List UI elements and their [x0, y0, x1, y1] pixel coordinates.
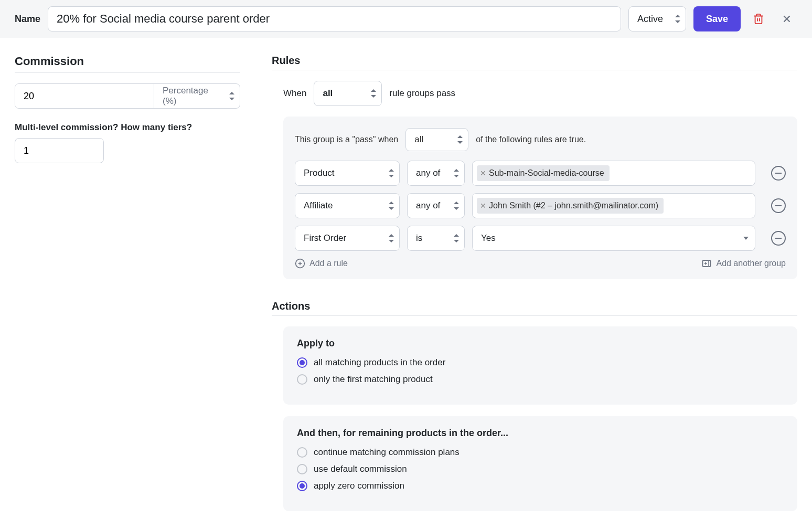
chevron-updown-icon — [389, 234, 394, 242]
header-bar: Name Active Save — [0, 0, 812, 38]
radio-icon — [297, 357, 307, 368]
radio-icon — [297, 464, 307, 474]
apply-to-box: Apply to all matching products in the or… — [283, 326, 797, 405]
radio-label: continue matching commission plans — [314, 447, 460, 458]
radio-icon — [297, 481, 307, 491]
trash-icon — [753, 13, 764, 25]
chevron-updown-icon — [389, 202, 394, 210]
when-mode-select[interactable]: all — [314, 81, 382, 106]
commission-value-input[interactable] — [15, 84, 154, 108]
tag: ✕ John Smith (#2 – john.smith@mailinator… — [477, 198, 664, 214]
group-intro-suffix: of the following rules are true. — [476, 135, 586, 144]
tag-remove-icon[interactable]: ✕ — [480, 169, 486, 177]
rule-field-value: First Order — [295, 226, 364, 250]
rule-op-value: is — [408, 226, 440, 250]
remaining-option[interactable]: continue matching commission plans — [297, 447, 784, 458]
actions-title: Actions — [272, 300, 797, 316]
add-box-icon — [701, 258, 712, 269]
commission-type-value: Percentage (%) — [154, 84, 240, 108]
add-group-button[interactable]: Add another group — [701, 258, 786, 269]
group-mode-select[interactable]: all — [405, 128, 468, 151]
tag-label: John Smith (#2 – john.smith@mailinator.c… — [489, 201, 658, 210]
group-intro-prefix: This group is a "pass" when — [295, 135, 398, 144]
group-mode-value: all — [406, 128, 441, 151]
rule-field-value: Product — [295, 161, 352, 185]
remaining-title: And then, for remaining products in the … — [297, 428, 784, 439]
remaining-box: And then, for remaining products in the … — [283, 416, 797, 511]
name-label: Name — [15, 14, 40, 25]
rule-op-select[interactable]: is — [407, 226, 465, 251]
remove-rule-button[interactable] — [771, 166, 786, 181]
when-row: When all rule groups pass — [283, 81, 797, 106]
rule-op-value: any of — [408, 194, 458, 218]
rule-group: This group is a "pass" when all of the f… — [283, 117, 797, 279]
rule-value-select[interactable]: Yes — [472, 226, 755, 251]
rule-field-select[interactable]: First Order — [295, 226, 400, 251]
tiers-input[interactable] — [15, 138, 104, 163]
add-group-label: Add another group — [716, 259, 786, 268]
radio-label: only the first matching product — [314, 374, 433, 385]
remove-rule-button[interactable] — [771, 198, 786, 213]
plus-circle-icon — [295, 258, 305, 269]
chevron-updown-icon — [371, 89, 376, 98]
commission-row: Percentage (%) — [15, 83, 240, 109]
close-button[interactable] — [776, 8, 797, 29]
radio-icon — [297, 374, 307, 385]
chevron-down-icon — [743, 237, 749, 240]
rule-field-select[interactable]: Affiliate — [295, 193, 400, 218]
save-button[interactable]: Save — [693, 6, 741, 31]
rule-op-select[interactable]: any of — [407, 193, 465, 218]
chevron-updown-icon — [389, 169, 394, 177]
rule-op-select[interactable]: any of — [407, 161, 465, 186]
tag-label: Sub-main-Social-media-course — [489, 168, 604, 178]
radio-label: all matching products in the order — [314, 357, 445, 368]
rule-row: Affiliate any of ✕ John Smith (#2 – john… — [295, 193, 786, 218]
commission-type-select[interactable]: Percentage (%) — [154, 84, 240, 108]
chevron-updown-icon — [457, 135, 463, 144]
rule-value: Yes — [473, 226, 514, 250]
status-select-value: Active — [629, 6, 681, 31]
remove-rule-button[interactable] — [771, 231, 786, 246]
tag: ✕ Sub-main-Social-media-course — [477, 165, 610, 181]
apply-to-option[interactable]: all matching products in the order — [297, 357, 784, 368]
when-prefix: When — [283, 88, 306, 99]
add-rule-label: Add a rule — [309, 259, 348, 268]
rule-value-tags[interactable]: ✕ Sub-main-Social-media-course — [472, 161, 755, 186]
when-suffix: rule groups pass — [389, 88, 455, 99]
apply-to-title: Apply to — [297, 338, 784, 349]
close-icon — [781, 13, 793, 25]
group-intro: This group is a "pass" when all of the f… — [295, 128, 786, 151]
radio-label: use default commission — [314, 464, 407, 474]
name-input[interactable] — [48, 6, 621, 31]
tag-remove-icon[interactable]: ✕ — [480, 202, 486, 210]
chevron-updown-icon — [454, 234, 459, 242]
commission-title: Commission — [15, 55, 240, 73]
rule-row: Product any of ✕ Sub-main-Social-media-c… — [295, 161, 786, 186]
when-mode-value: all — [314, 82, 350, 105]
add-rule-button[interactable]: Add a rule — [295, 258, 348, 269]
rule-row: First Order is Yes — [295, 226, 786, 251]
rule-field-value: Affiliate — [295, 194, 350, 218]
rule-field-select[interactable]: Product — [295, 161, 400, 186]
remaining-option[interactable]: apply zero commission — [297, 481, 784, 491]
delete-button[interactable] — [748, 8, 769, 29]
rule-op-value: any of — [408, 161, 458, 185]
rules-title: Rules — [272, 55, 797, 70]
group-footer: Add a rule Add another group — [295, 258, 786, 269]
tiers-label: Multi-level commission? How many tiers? — [15, 122, 240, 133]
apply-to-option[interactable]: only the first matching product — [297, 374, 784, 385]
remaining-option[interactable]: use default commission — [297, 464, 784, 474]
radio-icon — [297, 447, 307, 458]
radio-label: apply zero commission — [314, 481, 404, 491]
rule-value-tags[interactable]: ✕ John Smith (#2 – john.smith@mailinator… — [472, 193, 755, 218]
status-select[interactable]: Active — [628, 6, 686, 31]
